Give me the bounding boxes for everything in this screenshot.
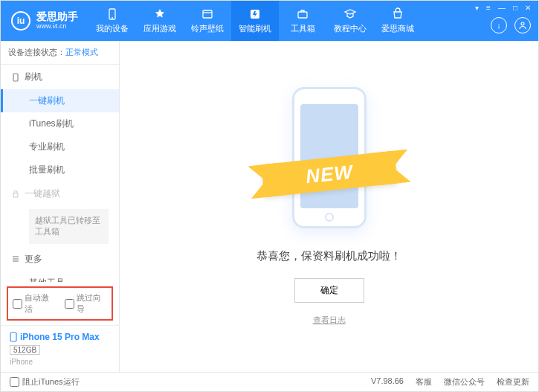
nav-store[interactable]: 爱思商城 xyxy=(374,1,422,41)
ok-button[interactable]: 确定 xyxy=(294,278,364,303)
device-info: iPhone 15 Pro Max 512GB iPhone xyxy=(1,325,119,372)
checkbox-skip-guide[interactable]: 跳过向导 xyxy=(65,292,108,315)
toolbox-icon xyxy=(296,7,309,21)
store-icon xyxy=(391,7,404,21)
svg-rect-7 xyxy=(13,74,18,81)
list-icon xyxy=(11,254,20,263)
main-content: NEW 恭喜您，保资料刷机成功啦！ 确定 查看日志 xyxy=(120,41,538,372)
connection-status: 设备连接状态：正常模式 xyxy=(1,41,119,65)
sidebar-group-jailbreak: 一键越狱 xyxy=(1,181,119,206)
nav-toolbox[interactable]: 工具箱 xyxy=(279,1,326,41)
sidebar-group-flash[interactable]: 刷机 xyxy=(1,65,119,89)
nav-apps-games[interactable]: 应用游戏 xyxy=(136,1,184,41)
checkbox-auto-activate[interactable]: 自动激活 xyxy=(13,292,56,315)
sidebar-group-more[interactable]: 更多 xyxy=(1,247,119,271)
footer-link-wechat[interactable]: 微信公众号 xyxy=(444,376,485,388)
download-icon[interactable]: ↓ xyxy=(491,17,507,33)
device-storage: 512GB xyxy=(10,345,40,355)
sidebar-item-batch-flash[interactable]: 批量刷机 xyxy=(1,158,119,181)
settings-icon[interactable]: ≡ xyxy=(486,4,491,12)
close-icon[interactable]: ✕ xyxy=(525,4,531,12)
svg-rect-5 xyxy=(298,12,307,18)
app-title: 爱思助手 xyxy=(36,11,78,22)
sidebar-item-pro-flash[interactable]: 专业刷机 xyxy=(1,135,119,158)
ringtone-icon xyxy=(201,7,214,21)
options-highlighted: 自动激活 跳过向导 xyxy=(7,286,113,321)
maximize-icon[interactable]: □ xyxy=(513,4,517,12)
svg-rect-2 xyxy=(203,10,212,18)
device-small-icon xyxy=(10,332,17,342)
nav-tutorials[interactable]: 教程中心 xyxy=(326,1,374,41)
phone-illustration: NEW xyxy=(270,87,389,236)
app-url: www.i4.cn xyxy=(36,23,78,30)
sidebar-item-itunes-flash[interactable]: iTunes刷机 xyxy=(1,112,119,135)
device-name[interactable]: iPhone 15 Pro Max xyxy=(10,332,110,342)
nav-ringtones[interactable]: 铃声壁纸 xyxy=(184,1,231,41)
svg-point-6 xyxy=(521,22,524,25)
nav-my-device[interactable]: 我的设备 xyxy=(88,1,136,41)
footer-link-support[interactable]: 客服 xyxy=(416,376,432,388)
footer: 阻止iTunes运行 V7.98.66 客服 微信公众号 检查更新 xyxy=(1,372,538,391)
success-message: 恭喜您，保资料刷机成功啦！ xyxy=(256,249,401,263)
svg-rect-12 xyxy=(10,332,16,341)
minimize-icon[interactable]: — xyxy=(498,4,506,12)
footer-link-update[interactable]: 检查更新 xyxy=(497,376,529,388)
logo: iu 爱思助手 www.i4.cn xyxy=(1,11,88,30)
version-label: V7.98.66 xyxy=(371,376,404,388)
window-controls: ▾ ≡ — □ ✕ xyxy=(475,4,531,12)
jailbreak-note: 越狱工具已转移至工具箱 xyxy=(29,209,109,244)
nav-smart-flash[interactable]: 智能刷机 xyxy=(231,1,279,41)
logo-icon: iu xyxy=(11,11,30,30)
device-icon xyxy=(106,7,119,21)
svg-rect-8 xyxy=(13,193,18,197)
lock-icon xyxy=(11,190,20,199)
phone-small-icon xyxy=(11,73,20,82)
sidebar-item-other-tools[interactable]: 其他工具 xyxy=(1,271,119,282)
flash-icon xyxy=(248,7,262,21)
new-ribbon: NEW xyxy=(261,151,398,198)
menu-icon[interactable]: ▾ xyxy=(475,4,479,12)
sidebar-item-oneclick-flash[interactable]: 一键刷机 xyxy=(1,89,119,112)
view-log-link[interactable]: 查看日志 xyxy=(313,315,346,326)
user-icon[interactable] xyxy=(514,17,531,33)
checkbox-block-itunes[interactable]: 阻止iTunes运行 xyxy=(10,376,80,388)
app-header: iu 爱思助手 www.i4.cn 我的设备 应用游戏 铃声壁纸 智能刷机 工具… xyxy=(1,1,538,41)
tutorial-icon xyxy=(343,7,357,21)
sidebar: 设备连接状态：正常模式 刷机 一键刷机 iTunes刷机 专业刷机 批量刷机 一… xyxy=(1,41,120,372)
apps-icon xyxy=(153,7,167,21)
main-nav: 我的设备 应用游戏 铃声壁纸 智能刷机 工具箱 教程中心 爱思商城 xyxy=(88,1,422,41)
device-type: iPhone xyxy=(10,358,110,366)
